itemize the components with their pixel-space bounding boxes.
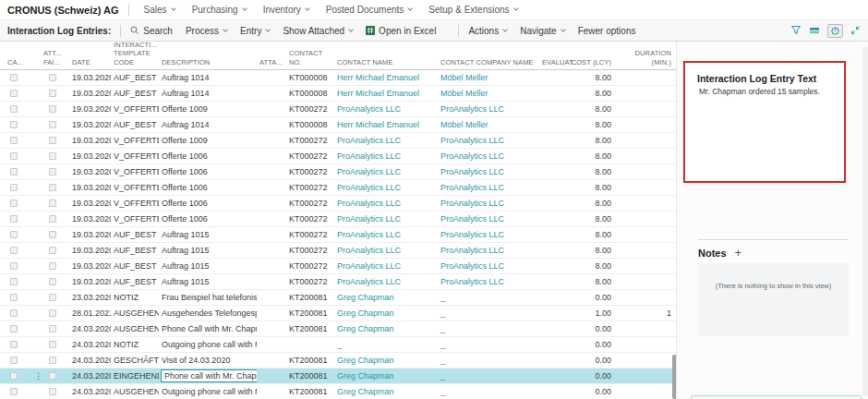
table-row[interactable]: 19.03.2020 AUF_BEST Auftrag 1014 KT00000… bbox=[0, 70, 676, 86]
cell-contact-company[interactable]: _ bbox=[438, 290, 539, 305]
canceled-checkbox[interactable] bbox=[10, 184, 18, 191]
canceled-checkbox[interactable] bbox=[10, 215, 18, 223]
cell-contact-company[interactable]: _ bbox=[438, 306, 539, 320]
canceled-checkbox[interactable] bbox=[10, 372, 18, 380]
cell-description[interactable]: Offerte 1009 bbox=[159, 133, 257, 148]
canceled-checkbox[interactable] bbox=[10, 341, 18, 348]
canceled-checkbox[interactable] bbox=[10, 90, 18, 97]
attempt-failed-checkbox[interactable] bbox=[49, 105, 56, 113]
column-header[interactable]: EVALUAT... bbox=[539, 58, 567, 66]
cell-contact-company[interactable]: _ bbox=[438, 353, 539, 368]
cell-description[interactable]: Offerte 1006 bbox=[159, 164, 257, 179]
top-nav-item[interactable]: Setup & Extensions bbox=[428, 5, 517, 15]
attempt-failed-checkbox[interactable] bbox=[49, 90, 56, 97]
canceled-checkbox[interactable] bbox=[10, 247, 18, 254]
entry-menu[interactable]: Entry bbox=[240, 26, 270, 36]
canceled-checkbox[interactable] bbox=[10, 388, 18, 395]
cell-description[interactable]: Offerte 1006 bbox=[159, 212, 257, 226]
attempt-failed-checkbox[interactable] bbox=[49, 247, 56, 254]
details-pane-toggle-icon[interactable] bbox=[827, 24, 843, 38]
column-header[interactable]: CONTACT COMPANY NAME bbox=[438, 58, 539, 66]
cell-description[interactable]: Offerte 1006 bbox=[159, 149, 257, 163]
row-context-menu-icon[interactable]: ⋮ bbox=[34, 369, 42, 383]
canceled-checkbox[interactable] bbox=[10, 278, 18, 285]
top-nav-item[interactable]: Sales bbox=[144, 5, 175, 15]
attempt-failed-checkbox[interactable] bbox=[49, 388, 56, 395]
attempt-failed-checkbox[interactable] bbox=[49, 372, 56, 380]
table-row[interactable]: 19.03.2020 V_OFFERTE Offerte 1009 KT0002… bbox=[0, 102, 676, 117]
canceled-checkbox[interactable] bbox=[10, 168, 18, 175]
column-header[interactable]: CA... bbox=[0, 58, 42, 66]
focused-cell[interactable]: Phone call with Mr. Chapman bbox=[161, 369, 257, 382]
cell-description[interactable]: Offerte 1006 bbox=[159, 180, 257, 195]
cell-description[interactable]: Auftrag 1015 bbox=[159, 259, 257, 273]
canceled-checkbox[interactable] bbox=[10, 325, 18, 332]
table-row[interactable]: 19.03.2020 V_OFFERTE Offerte 1006 KT0002… bbox=[0, 196, 676, 212]
cell-contact-name[interactable]: ProAnalytics LLC bbox=[334, 227, 438, 242]
table-row[interactable]: 19.03.2020 V_OFFERTE Offerte 1006 KT0002… bbox=[0, 164, 676, 180]
column-header[interactable]: CONTACT NAME bbox=[334, 58, 438, 66]
table-row[interactable]: 19.03.2020 AUF_BEST Auftrag 1015 KT00027… bbox=[0, 274, 676, 290]
table-row[interactable]: 19.03.2020 AUF_BEST Auftrag 1015 KT00027… bbox=[0, 243, 676, 259]
canceled-checkbox[interactable] bbox=[10, 231, 18, 238]
attempt-failed-checkbox[interactable] bbox=[49, 200, 56, 207]
actions-menu[interactable]: Actions bbox=[468, 26, 507, 36]
cell-description[interactable]: Phone Call with Mr. Chapman bbox=[159, 321, 257, 336]
canceled-checkbox[interactable] bbox=[10, 74, 18, 81]
cell-contact-name[interactable]: Greg Chapman bbox=[334, 321, 438, 336]
cell-description[interactable]: Offerte 1006 bbox=[159, 196, 257, 211]
canceled-checkbox[interactable] bbox=[10, 200, 18, 207]
cell-contact-name[interactable]: ProAnalytics LLC bbox=[334, 212, 438, 226]
cell-description[interactable]: Offerte 1009 bbox=[159, 102, 257, 116]
attempt-failed-checkbox[interactable] bbox=[49, 121, 56, 128]
cell-description[interactable]: Ausgehendes Telefongespräch bbox=[159, 306, 257, 320]
canceled-checkbox[interactable] bbox=[10, 262, 18, 270]
cell-contact-company[interactable]: _ bbox=[438, 337, 539, 352]
table-row[interactable]: 19.03.2020 V_OFFERTE Offerte 1006 KT0002… bbox=[0, 212, 676, 227]
cell-contact-company[interactable]: Möbel Meller bbox=[438, 86, 539, 101]
cell-contact-name[interactable]: ProAnalytics LLC bbox=[334, 243, 438, 258]
cell-contact-company[interactable]: ProAnalytics LLC bbox=[438, 212, 539, 226]
table-row[interactable]: 19.03.2020 V_OFFERTE Offerte 1009 KT0002… bbox=[0, 133, 676, 149]
canceled-checkbox[interactable] bbox=[10, 105, 18, 113]
cell-contact-name[interactable]: Herr Michael Emanuel bbox=[334, 70, 438, 85]
cell-contact-company[interactable]: ProAnalytics LLC bbox=[438, 196, 539, 211]
cell-contact-company[interactable]: Möbel Meller bbox=[438, 70, 539, 85]
cell-contact-name[interactable]: ProAnalytics LLC bbox=[334, 180, 438, 195]
cell-contact-company[interactable]: _ bbox=[438, 369, 539, 383]
cell-contact-name[interactable]: ProAnalytics LLC bbox=[334, 102, 438, 116]
attempt-failed-checkbox[interactable] bbox=[49, 184, 56, 191]
table-row[interactable]: 24.03.2020 AUSGEHEND Phone Call with Mr.… bbox=[0, 321, 676, 337]
cell-contact-company[interactable]: ProAnalytics LLC bbox=[438, 149, 539, 163]
attempt-failed-checkbox[interactable] bbox=[49, 325, 56, 332]
attempt-failed-checkbox[interactable] bbox=[49, 262, 56, 270]
table-row[interactable]: 19.03.2020 AUF_BEST Auftrag 1015 KT00027… bbox=[0, 227, 676, 243]
cell-contact-company[interactable]: ProAnalytics LLC bbox=[438, 243, 539, 258]
attempt-failed-checkbox[interactable] bbox=[49, 309, 56, 317]
canceled-checkbox[interactable] bbox=[10, 137, 18, 144]
column-header[interactable]: DESCRIPTION bbox=[159, 58, 257, 66]
cell-description[interactable]: Outgoing phone call with Mr. ... bbox=[159, 337, 257, 352]
column-header[interactable]: CONTACT NO. bbox=[286, 49, 334, 66]
canceled-checkbox[interactable] bbox=[10, 357, 18, 364]
cell-description[interactable]: Auftrag 1015 bbox=[159, 243, 257, 258]
cell-description[interactable]: Auftrag 1014 bbox=[159, 117, 257, 132]
cell-contact-name[interactable]: Greg Chapman bbox=[334, 369, 438, 383]
show-attached-menu[interactable]: Show Attached bbox=[283, 26, 353, 36]
table-row[interactable]: 19.03.2020 AUF_BEST Auftrag 1014 KT00000… bbox=[0, 117, 676, 133]
cell-contact-name[interactable]: Greg Chapman bbox=[334, 353, 438, 368]
table-row[interactable]: 19.03.2020 AUF_BEST Auftrag 1014 KT00000… bbox=[0, 86, 676, 102]
cell-contact-name[interactable]: ProAnalytics LLC bbox=[334, 149, 438, 163]
cell-description[interactable]: Phone call with Mr. Chapman bbox=[159, 369, 257, 383]
cell-contact-name[interactable]: Greg Chapman bbox=[334, 306, 438, 320]
table-row[interactable]: 23.03.2020 NOTIZ Frau Beispiel hat telef… bbox=[0, 290, 676, 306]
filter-icon[interactable] bbox=[790, 22, 802, 39]
attempt-failed-checkbox[interactable] bbox=[49, 278, 56, 285]
cell-contact-name[interactable]: _ bbox=[334, 337, 438, 352]
table-row[interactable]: 19.03.2020 V_OFFERTE Offerte 1006 KT0002… bbox=[0, 180, 676, 196]
canceled-checkbox[interactable] bbox=[10, 294, 18, 301]
cell-contact-company[interactable]: ProAnalytics LLC bbox=[438, 259, 539, 273]
cell-contact-company[interactable]: _ bbox=[438, 384, 539, 399]
table-row[interactable]: 19.03.2020 AUF_BEST Auftrag 1015 KT00027… bbox=[0, 259, 676, 274]
attempt-failed-checkbox[interactable] bbox=[49, 341, 56, 348]
